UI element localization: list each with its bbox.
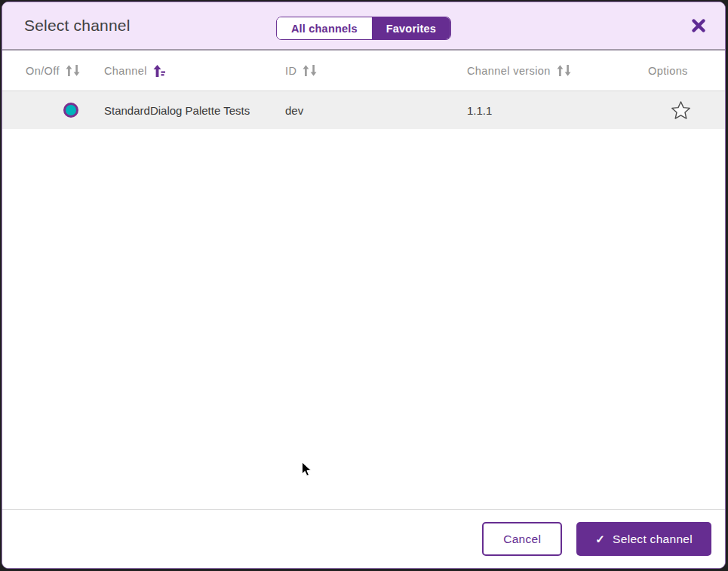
dialog-header: Select channel All channels Favorites	[2, 2, 725, 51]
select-channel-button[interactable]: ✓ Select channel	[576, 522, 711, 556]
sort-updown-icon[interactable]	[66, 64, 81, 77]
column-header-channel[interactable]: Channel	[104, 65, 147, 77]
column-header-channel-version[interactable]: Channel version	[467, 65, 551, 77]
dialog-title: Select channel	[24, 17, 131, 35]
channel-version-cell: 1.1.1	[467, 104, 492, 117]
table-empty-area	[2, 129, 725, 509]
close-icon[interactable]	[690, 17, 707, 34]
channel-id-cell: dev	[285, 104, 303, 117]
channel-name-cell: StandardDialog Palette Tests	[104, 104, 278, 117]
tab-all-channels[interactable]: All channels	[277, 17, 372, 39]
sort-ascending-active-icon[interactable]	[153, 64, 167, 78]
channel-onoff-radio[interactable]	[63, 103, 78, 118]
sort-updown-icon[interactable]	[303, 64, 318, 77]
channel-filter-toggle: All channels Favorites	[276, 17, 451, 40]
sort-updown-icon[interactable]	[557, 64, 573, 77]
favorite-star-icon[interactable]	[671, 100, 691, 120]
table-row[interactable]: StandardDialog Palette Tests dev 1.1.1	[2, 91, 725, 129]
select-channel-button-label: Select channel	[613, 533, 693, 546]
table-header-row: On/Off Channel I	[2, 51, 725, 91]
column-header-onoff[interactable]: On/Off	[26, 65, 60, 77]
column-header-id[interactable]: ID	[285, 65, 296, 77]
cancel-button[interactable]: Cancel	[482, 522, 562, 556]
tab-favorites[interactable]: Favorites	[372, 17, 450, 39]
column-header-options: Options	[648, 65, 688, 77]
select-channel-dialog: Select channel All channels Favorites On…	[2, 2, 726, 569]
check-icon: ✓	[595, 533, 605, 546]
dialog-footer: Cancel ✓ Select channel	[2, 509, 725, 568]
